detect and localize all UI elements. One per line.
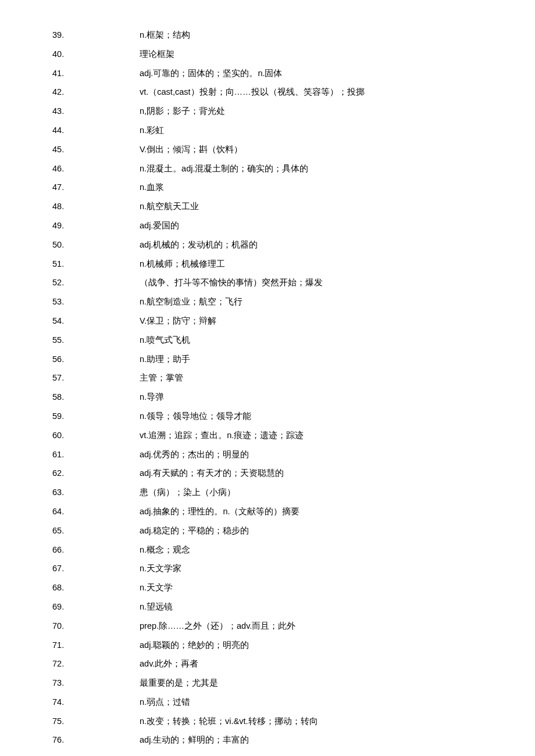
vocabulary-row: 54.V.保卫；防守；辩解 xyxy=(52,315,483,327)
item-definition: n.混凝土。adj.混凝土制的；确实的；具体的 xyxy=(140,163,483,174)
item-definition: adv.此外；再者 xyxy=(140,658,483,669)
item-definition: n.助理；助手 xyxy=(140,353,483,365)
vocabulary-row: 44.n.彩虹 xyxy=(52,124,483,136)
vocabulary-row: 64.adj.抽象的；理性的。n.（文献等的）摘要 xyxy=(52,506,483,517)
item-definition: adj.有天赋的；有天才的；天资聪慧的 xyxy=(140,467,483,479)
item-definition: vt.（cast,cast）投射；向……投以（视线、笑容等）；投掷 xyxy=(140,86,483,98)
item-number: 63. xyxy=(52,486,140,498)
item-number: 66. xyxy=(52,544,140,556)
item-definition: （战争、打斗等不愉快的事情）突然开始；爆发 xyxy=(140,277,483,288)
item-number: 56. xyxy=(52,353,140,365)
item-definition: n.改变；转换；轮班；vi.&vt.转移；挪动；转向 xyxy=(140,715,483,727)
item-number: 57. xyxy=(52,372,140,384)
vocabulary-row: 74.n.弱点；过错 xyxy=(52,696,483,708)
item-definition: n.机械师；机械修理工 xyxy=(140,258,483,270)
item-definition: n.彩虹 xyxy=(140,124,483,136)
item-number: 46. xyxy=(52,163,140,174)
item-number: 44. xyxy=(52,124,140,136)
item-number: 72. xyxy=(52,658,140,669)
vocabulary-row: 43.n,阴影；影子；背光处 xyxy=(52,105,483,117)
vocabulary-row: 71.adj.聪颖的；绝妙的；明亮的 xyxy=(52,639,483,651)
vocabulary-row: 67.n.天文学家 xyxy=(52,562,483,574)
item-number: 69. xyxy=(52,601,140,612)
vocabulary-row: 61.adj.优秀的；杰出的；明显的 xyxy=(52,449,483,460)
vocabulary-row: 73.最重要的是；尤其是 xyxy=(52,677,483,689)
vocabulary-row: 62.adj.有天赋的；有天才的；天资聪慧的 xyxy=(52,467,483,479)
item-definition: n.导弹 xyxy=(140,391,483,403)
item-number: 55. xyxy=(52,334,140,346)
item-number: 45. xyxy=(52,144,140,155)
item-number: 70. xyxy=(52,620,140,632)
item-number: 53. xyxy=(52,296,140,307)
item-definition: n.概念；观念 xyxy=(140,544,483,556)
item-number: 51. xyxy=(52,258,140,270)
vocabulary-row: 46.n.混凝土。adj.混凝土制的；确实的；具体的 xyxy=(52,163,483,174)
vocabulary-row: 51.n.机械师；机械修理工 xyxy=(52,258,483,270)
vocabulary-row: 69.n.望远镜 xyxy=(52,601,483,612)
item-number: 43. xyxy=(52,105,140,117)
vocabulary-row: 41.adj.可靠的；固体的；坚实的。n.固体 xyxy=(52,67,483,79)
item-number: 52. xyxy=(52,277,140,288)
item-number: 47. xyxy=(52,181,140,193)
vocabulary-row: 63.患（病）；染上（小病） xyxy=(52,486,483,498)
item-number: 59. xyxy=(52,410,140,422)
item-number: 75. xyxy=(52,715,140,727)
vocabulary-row: 66.n.概念；观念 xyxy=(52,544,483,556)
vocabulary-row: 68.n.天文学 xyxy=(52,582,483,593)
item-definition: 理论框架 xyxy=(140,48,483,60)
item-number: 49. xyxy=(52,220,140,231)
vocabulary-row: 56.n.助理；助手 xyxy=(52,353,483,365)
item-number: 71. xyxy=(52,639,140,651)
item-number: 42. xyxy=(52,86,140,98)
vocabulary-row: 75.n.改变；转换；轮班；vi.&vt.转移；挪动；转向 xyxy=(52,715,483,727)
vocabulary-row: 57.主管；掌管 xyxy=(52,372,483,384)
item-number: 61. xyxy=(52,449,140,460)
item-definition: n,阴影；影子；背光处 xyxy=(140,105,483,117)
item-definition: adj.生动的；鲜明的；丰富的 xyxy=(140,734,483,746)
item-number: 67. xyxy=(52,562,140,574)
item-definition: V.保卫；防守；辩解 xyxy=(140,315,483,327)
item-number: 48. xyxy=(52,200,140,212)
vocabulary-row: 59.n.领导；领导地位；领导才能 xyxy=(52,410,483,422)
vocabulary-row: 72.adv.此外；再者 xyxy=(52,658,483,669)
item-number: 40. xyxy=(52,48,140,60)
vocabulary-row: 55.n.喷气式飞机 xyxy=(52,334,483,346)
vocabulary-row: 40.理论框架 xyxy=(52,48,483,60)
vocabulary-row: 65.adj.稳定的；平稳的；稳步的 xyxy=(52,525,483,536)
vocabulary-row: 47.n.血浆 xyxy=(52,181,483,193)
item-number: 60. xyxy=(52,429,140,441)
vocabulary-row: 45.V.倒出；倾泻；斟（饮料） xyxy=(52,144,483,155)
vocabulary-row: 58.n.导弹 xyxy=(52,391,483,403)
vocabulary-row: 39.n.框架；结构 xyxy=(52,29,483,41)
item-definition: n.弱点；过错 xyxy=(140,696,483,708)
item-definition: n.望远镜 xyxy=(140,601,483,612)
item-definition: V.倒出；倾泻；斟（饮料） xyxy=(140,144,483,155)
vocabulary-row: 49.adj.爱国的 xyxy=(52,220,483,231)
item-definition: n.航空航天工业 xyxy=(140,200,483,212)
item-definition: adj.爱国的 xyxy=(140,220,483,231)
item-definition: adj.抽象的；理性的。n.（文献等的）摘要 xyxy=(140,506,483,517)
item-definition: n.航空制造业；航空；飞行 xyxy=(140,296,483,307)
item-definition: vt.追溯；追踪；查出。n.痕迹；遗迹；踪迹 xyxy=(140,429,483,441)
item-number: 76. xyxy=(52,734,140,746)
item-definition: adj.聪颖的；绝妙的；明亮的 xyxy=(140,639,483,651)
vocabulary-row: 76.adj.生动的；鲜明的；丰富的 xyxy=(52,734,483,746)
item-number: 64. xyxy=(52,506,140,517)
item-number: 62. xyxy=(52,467,140,479)
item-definition: n.天文学家 xyxy=(140,562,483,574)
item-number: 58. xyxy=(52,391,140,403)
item-number: 65. xyxy=(52,525,140,536)
item-definition: n.血浆 xyxy=(140,181,483,193)
vocabulary-row: 60.vt.追溯；追踪；查出。n.痕迹；遗迹；踪迹 xyxy=(52,429,483,441)
item-definition: adj.稳定的；平稳的；稳步的 xyxy=(140,525,483,536)
item-number: 41. xyxy=(52,67,140,79)
item-number: 50. xyxy=(52,239,140,250)
item-definition: 主管；掌管 xyxy=(140,372,483,384)
item-definition: n.框架；结构 xyxy=(140,29,483,41)
item-number: 68. xyxy=(52,582,140,593)
item-definition: adj.机械的；发动机的；机器的 xyxy=(140,239,483,250)
item-number: 74. xyxy=(52,696,140,708)
item-definition: 最重要的是；尤其是 xyxy=(140,677,483,689)
item-definition: n.喷气式飞机 xyxy=(140,334,483,346)
vocabulary-row: 52.（战争、打斗等不愉快的事情）突然开始；爆发 xyxy=(52,277,483,288)
